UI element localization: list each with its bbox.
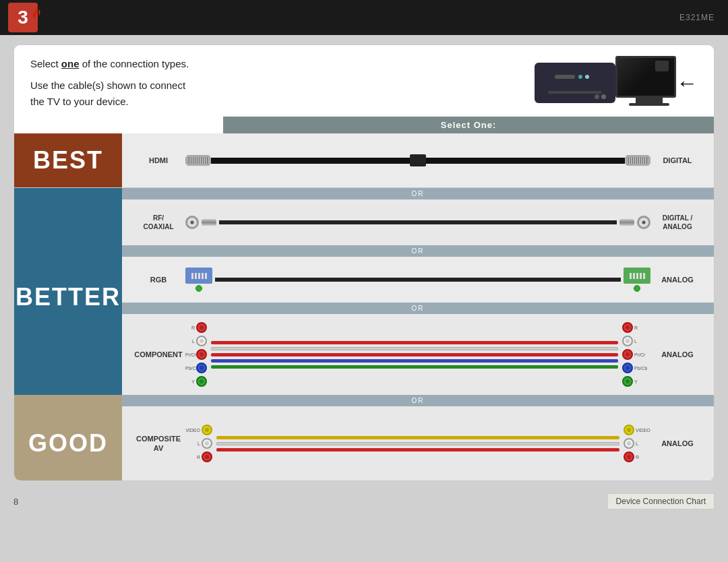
- tv-stand: [636, 98, 663, 103]
- comp-av-L-r-inner: [627, 441, 631, 445]
- comp-circle-Y-r-inner: [626, 379, 630, 383]
- comp-rca-Pr: Pr/Cr: [185, 349, 207, 360]
- comp-av-R-label: R: [185, 455, 200, 460]
- comp-circle-R-r: [622, 322, 633, 333]
- vga-left-teeth: [191, 273, 207, 279]
- comp-label-Y: Y: [185, 379, 195, 384]
- component-cables-middle: [211, 341, 618, 369]
- comp-av-R-r-inner: [627, 455, 631, 459]
- comp-av-video-label: VIDEO: [185, 428, 200, 433]
- stb-light-1: [578, 75, 582, 79]
- comp-av-R-r-label: R: [636, 455, 645, 460]
- comp-av-L: L: [185, 438, 212, 449]
- rgb-row: RGB: [122, 257, 714, 303]
- coaxial-row: RF/COAXIAL DIGITAL /ANALOG: [122, 199, 714, 245]
- or-1: OR: [14, 188, 714, 199]
- vga-r-tooth5: [643, 273, 645, 279]
- comp-circle-Pb: [196, 363, 207, 373]
- vga-tooth5: [205, 273, 207, 279]
- comp-av-cable-R: [216, 448, 619, 451]
- coax-right-barrel: [619, 219, 634, 226]
- rgb-cable-visual: [185, 268, 650, 292]
- or-2-text: OR: [122, 245, 714, 257]
- comp-rca-Pb: Pb/Cb: [185, 363, 207, 373]
- or-4-text: OR: [122, 395, 714, 406]
- tv-brand-logo: [655, 61, 669, 71]
- coaxial-left-label: RF/COAXIAL: [131, 214, 185, 231]
- hdmi-right-end: [625, 155, 650, 166]
- comp-label-R-r: R: [634, 325, 644, 330]
- hdmi-left-pins: [189, 157, 208, 164]
- comp-circle-L: [196, 336, 207, 346]
- hdmi-left-end: [185, 155, 211, 166]
- select-one-row: Select One:: [14, 117, 714, 133]
- comp-av-L-label: L: [185, 441, 200, 446]
- stb-disc-slot: [548, 91, 602, 94]
- set-top-box-device: [535, 63, 615, 103]
- composite-left-label: COMPOSITEAV: [131, 434, 185, 454]
- main-content: Select one of the connection types. Use …: [13, 44, 715, 481]
- comp-label-L: L: [185, 339, 195, 344]
- comp-circle-Y-r: [622, 376, 633, 387]
- component-left-label: COMPONENT: [131, 350, 185, 359]
- comp-cable-R: [211, 341, 618, 344]
- comp-circle-Pr-r-inner: [626, 352, 630, 356]
- better-label: BETTER: [14, 199, 122, 395]
- comp-av-video-circle: [202, 425, 212, 435]
- composite-cables-middle: [216, 436, 619, 451]
- coax-left-center: [191, 221, 194, 224]
- composite-cable-visual: VIDEO L: [185, 425, 650, 462]
- hdmi-cable-housing: [410, 154, 426, 166]
- comp-circle-L-r-inner: [626, 339, 630, 343]
- hdmi-right-label: DIGITAL: [650, 156, 704, 165]
- vga-tooth2: [195, 273, 197, 279]
- comp-av-L-r-label: L: [636, 441, 645, 446]
- page-footer: 8 Device Connection Chart: [0, 491, 728, 512]
- comp-circle-L-inner: [200, 339, 204, 343]
- tv-screen: [615, 56, 676, 98]
- good-label: GOOD: [14, 406, 122, 480]
- stb-light-2: [585, 75, 589, 79]
- stb-buttons: [595, 94, 606, 99]
- comp-circle-R-inner: [200, 325, 204, 330]
- select-one-spacer: [14, 117, 223, 133]
- hdmi-cable-body: [211, 158, 410, 164]
- comp-av-video-inner: [205, 428, 209, 432]
- vga-right-teeth: [630, 273, 645, 279]
- component-cable-visual: R L: [185, 322, 650, 387]
- hdmi-cable-body2: [426, 158, 625, 164]
- instruction-line3: the TV to your device.: [30, 94, 535, 110]
- better-section: BETTER RF/COAXIAL DIGITAL /ANALO: [14, 199, 714, 395]
- comp-cable-Pr: [211, 353, 618, 356]
- comp-rca-L-r: L: [622, 336, 650, 346]
- best-label: BEST: [14, 133, 122, 187]
- comp-av-L-circle-r: [624, 438, 634, 449]
- comp-label-Pr: Pr/Cr: [185, 352, 195, 357]
- comp-av-video-r-label: VIDEO: [636, 428, 650, 433]
- comp-label-R: R: [185, 325, 195, 330]
- comp-circle-L-r: [622, 336, 633, 346]
- comp-circle-Pb-inner: [200, 366, 204, 370]
- better-rows: RF/COAXIAL DIGITAL /ANALOG OR: [122, 199, 714, 395]
- comp-circle-Pr-r: [622, 349, 633, 360]
- comp-rca-R: R: [185, 322, 207, 333]
- component-row: COMPONENT R L: [122, 314, 714, 395]
- rgb-right-label: ANALOG: [650, 275, 704, 284]
- hdmi-right-pins: [628, 157, 647, 164]
- best-connections: HDMI DIGITAL: [122, 133, 714, 187]
- top-bar: 3 E321ME: [0, 0, 728, 35]
- page-number: 8: [13, 497, 18, 507]
- good-rows: COMPOSITEAV VIDEO L: [122, 406, 714, 480]
- instruction-line1: Select one of the connection types.: [30, 56, 535, 72]
- or-1-spacer: [14, 188, 122, 199]
- comp-rca-L: L: [185, 336, 207, 346]
- composite-row: COMPOSITEAV VIDEO L: [122, 406, 714, 480]
- comp-av-R: R: [185, 451, 212, 462]
- hdmi-cable-visual: [185, 154, 650, 166]
- coaxial-right-label: DIGITAL /ANALOG: [650, 214, 704, 231]
- coax-right-end: [637, 216, 650, 229]
- comp-av-video-r: VIDEO: [624, 425, 650, 435]
- comp-circle-Pb-r-inner: [626, 366, 630, 370]
- coax-cable-body: [219, 220, 617, 224]
- comp-circle-Pr-inner: [200, 352, 204, 356]
